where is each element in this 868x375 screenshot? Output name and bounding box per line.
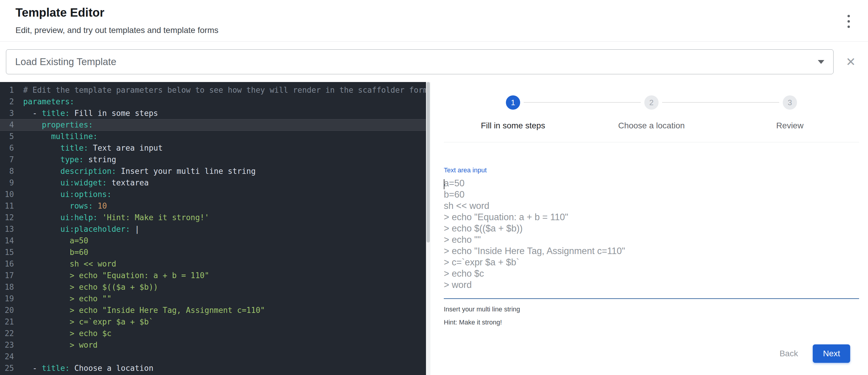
step-circle: 3 (783, 95, 797, 110)
line-number: 8 (0, 165, 14, 177)
editor-line[interactable]: 9 ui:widget: textarea (0, 177, 430, 189)
multiline-textarea[interactable]: a=50b=60sh << word> echo "Equation: a + … (444, 178, 859, 291)
code-text: type: string (14, 154, 116, 165)
scrollbar-thumb[interactable] (427, 82, 430, 243)
line-number: 21 (0, 316, 14, 328)
code-text: ui:options: (14, 189, 112, 200)
line-number: 10 (0, 189, 14, 200)
editor-line[interactable]: 25 - title: Choose a location (0, 363, 430, 374)
step-circle: 1 (506, 95, 520, 110)
editor-line[interactable]: 10 ui:options: (0, 189, 430, 200)
line-number: 18 (0, 281, 14, 293)
editor-line[interactable]: 22 > echo $c (0, 328, 430, 339)
line-number: 2 (0, 96, 14, 107)
template-select-row: Load Existing Template ✕ (0, 41, 868, 82)
code-text: multiline: (14, 131, 97, 142)
placeholder-line: > word (444, 279, 859, 291)
code-text: ui:help: 'Hint: Make it strong!' (14, 212, 209, 223)
line-number: 25 (0, 363, 14, 374)
code-text: - title: Fill in some steps (14, 107, 158, 119)
line-number: 11 (0, 200, 14, 212)
kebab-dot (847, 26, 850, 28)
code-text: rows: 10 (14, 200, 107, 212)
text-cursor (444, 179, 444, 189)
code-text: > echo "Inside Here Tag, Assignment c=11… (14, 305, 265, 316)
editor-line[interactable]: 7 type: string (0, 154, 430, 165)
editor-line[interactable]: 20 > echo "Inside Here Tag, Assignment c… (0, 305, 430, 316)
editor-line[interactable]: 18 > echo $(($a + $b)) (0, 281, 430, 293)
editor-lines: 1# Edit the template parameters below to… (0, 82, 430, 374)
line-number: 13 (0, 223, 14, 235)
select-placeholder: Load Existing Template (15, 56, 818, 67)
back-button[interactable]: Back (772, 344, 805, 363)
code-text: - title: Choose a location (14, 363, 153, 374)
editor-line[interactable]: 23 > word (0, 339, 430, 351)
input-underline (444, 298, 859, 299)
editor-line[interactable]: 16 sh << word (0, 258, 430, 270)
kebab-dot (847, 20, 850, 23)
step-label: Fill in some steps (481, 121, 545, 130)
editor-line[interactable]: 11 rows: 10 (0, 200, 430, 212)
editor-line[interactable]: 6 title: Text area input (0, 142, 430, 154)
preview-panel: 1Fill in some steps2Choose a location3Re… (444, 82, 859, 375)
line-number: 9 (0, 177, 14, 189)
editor-line[interactable]: 13 ui:placeholder: | (0, 223, 430, 235)
editor-line[interactable]: 5 multiline: (0, 131, 430, 142)
editor-line[interactable]: 4 properties: (0, 119, 430, 131)
code-text (14, 351, 23, 363)
kebab-menu-icon[interactable] (846, 15, 851, 28)
code-text: ui:widget: textarea (14, 177, 149, 189)
close-icon: ✕ (846, 56, 856, 68)
line-number: 16 (0, 258, 14, 270)
step-label: Review (776, 121, 804, 130)
code-text: title: Text area input (14, 142, 163, 154)
stepper-step: 1Fill in some steps (444, 95, 582, 130)
placeholder-line: a=50 (444, 178, 859, 189)
editor-line[interactable]: 12 ui:help: 'Hint: Make it strong!' (0, 212, 430, 223)
line-number: 20 (0, 305, 14, 316)
editor-line[interactable]: 14 a=50 (0, 235, 430, 247)
code-text: ui:placeholder: | (14, 223, 139, 235)
editor-line[interactable]: 2parameters: (0, 96, 430, 107)
next-button[interactable]: Next (813, 344, 850, 363)
editor-line[interactable]: 3 - title: Fill in some steps (0, 107, 430, 119)
load-template-select[interactable]: Load Existing Template (6, 49, 834, 74)
line-number: 19 (0, 293, 14, 305)
editor-line[interactable]: 24 (0, 351, 430, 363)
editor-line[interactable]: 17 > echo "Equation: a + b = 110" (0, 270, 430, 281)
app-header: Template Editor Edit, preview, and try o… (0, 0, 868, 41)
field-description: Insert your multi line string (444, 306, 520, 313)
page-subtitle: Edit, preview, and try out templates and… (16, 26, 218, 35)
placeholder-line: > echo "Equation: a + b = 110" (444, 212, 859, 223)
clear-template-button[interactable]: ✕ (839, 49, 862, 74)
code-text: a=50 (14, 235, 88, 247)
editor-line[interactable]: 8 description: Insert your multi line st… (0, 165, 430, 177)
line-number: 23 (0, 339, 14, 351)
kebab-dot (847, 15, 850, 17)
placeholder-line: > echo $(($a + $b)) (444, 223, 859, 234)
editor-line[interactable]: 21 > c=`expr $a + $b` (0, 316, 430, 328)
line-number: 3 (0, 107, 14, 119)
editor-line[interactable]: 15 b=60 (0, 247, 430, 258)
editor-scrollbar[interactable] (426, 82, 430, 375)
code-editor[interactable]: 1# Edit the template parameters below to… (0, 82, 430, 375)
code-text: > c=`expr $a + $b` (14, 316, 153, 328)
line-number: 15 (0, 247, 14, 258)
code-text: # Edit the template parameters below to … (14, 84, 428, 96)
page-title: Template Editor (16, 6, 104, 19)
line-number: 17 (0, 270, 14, 281)
line-number: 4 (0, 119, 14, 131)
stepper-step: 3Review (721, 95, 859, 130)
code-text: parameters: (14, 96, 74, 107)
field-help: Hint: Make it strong! (444, 318, 502, 326)
line-number: 14 (0, 235, 14, 247)
editor-line[interactable]: 19 > echo "" (0, 293, 430, 305)
stepper-step: 2Choose a location (582, 95, 721, 130)
code-text: > echo $c (14, 328, 112, 339)
code-text: b=60 (14, 247, 88, 258)
line-number: 5 (0, 131, 14, 142)
placeholder-line: b=60 (444, 189, 859, 200)
editor-line[interactable]: 1# Edit the template parameters below to… (0, 84, 430, 96)
stepper: 1Fill in some steps2Choose a location3Re… (444, 95, 859, 130)
placeholder-line: > echo "" (444, 234, 859, 245)
